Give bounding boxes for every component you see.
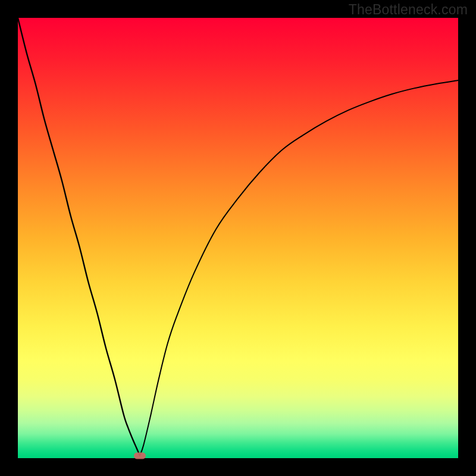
chart-frame: TheBottleneck.com — [0, 0, 476, 476]
gradient-plot-area — [18, 18, 458, 458]
minimum-marker — [134, 452, 146, 459]
watermark-text: TheBottleneck.com — [349, 2, 468, 18]
bottleneck-curve — [18, 18, 458, 458]
